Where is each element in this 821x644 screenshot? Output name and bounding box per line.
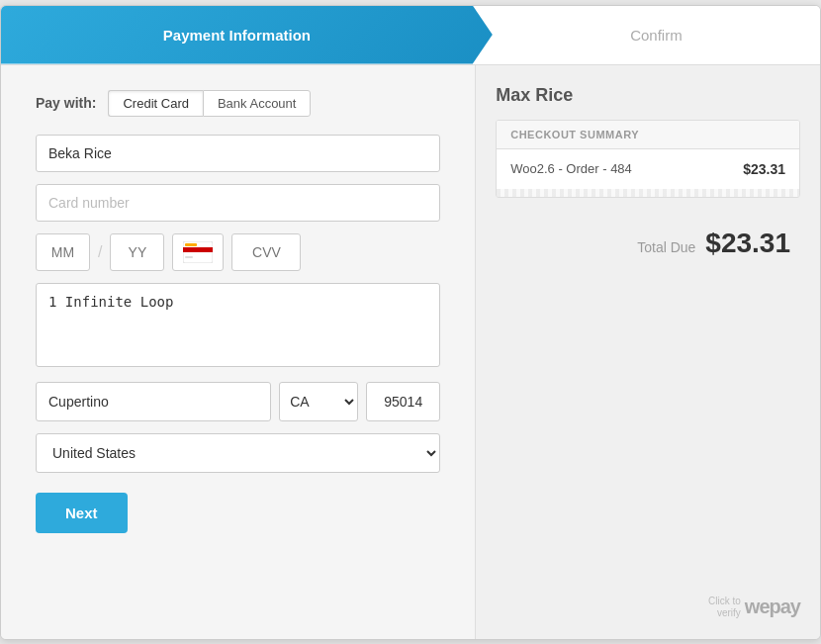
next-button[interactable]: Next [36, 493, 128, 533]
city-state-zip-row: CA NY TX [36, 382, 440, 421]
user-name: Max Rice [496, 85, 800, 106]
state-select[interactable]: CA NY TX [279, 382, 358, 421]
svg-rect-1 [183, 247, 213, 252]
step-payment-information: Payment Information [1, 6, 493, 64]
card-type-icon [172, 233, 224, 271]
total-row: Total Due $23.31 [496, 214, 800, 264]
country-select[interactable]: United States Canada United Kingdom [36, 433, 440, 473]
expiry-month-input[interactable] [36, 233, 90, 271]
total-label: Total Due [637, 239, 695, 255]
zip-input[interactable] [366, 382, 440, 421]
address-input[interactable]: 1 Infinite Loop [36, 283, 440, 367]
cvv-input[interactable] [231, 233, 301, 271]
checkout-summary-header: CHECKOUT SUMMARY [497, 121, 799, 149]
pay-with-label: Pay with: [36, 95, 96, 111]
svg-rect-3 [185, 256, 193, 258]
steps-header: Payment Information Confirm [1, 6, 820, 65]
left-panel: Pay with: Credit Card Bank Account / [1, 65, 476, 639]
card-number-input[interactable] [36, 184, 440, 222]
order-price: $23.31 [743, 161, 785, 177]
order-name: Woo2.6 - Order - 484 [510, 161, 632, 176]
svg-rect-2 [185, 243, 197, 246]
step1-label: Payment Information [163, 27, 311, 44]
step-confirm: Confirm [493, 6, 820, 64]
expiry-cvv-row: / [36, 233, 440, 271]
slash-divider: / [98, 243, 102, 261]
city-input[interactable] [36, 382, 271, 421]
checkout-summary-box: CHECKOUT SUMMARY Woo2.6 - Order - 484 $2… [496, 120, 800, 198]
wepay-footer: Click toverify wepay [496, 586, 800, 619]
expiry-year-input[interactable] [110, 233, 164, 271]
payment-modal: Payment Information Confirm Pay with: Cr… [0, 5, 821, 640]
main-content: Pay with: Credit Card Bank Account / [1, 65, 820, 639]
right-panel: Max Rice CHECKOUT SUMMARY Woo2.6 - Order… [476, 65, 820, 639]
wepay-logo: wepay [745, 596, 800, 618]
credit-card-tab[interactable]: Credit Card [108, 90, 202, 117]
click-to-verify-text: Click toverify [708, 596, 741, 619]
pay-with-row: Pay with: Credit Card Bank Account [36, 90, 440, 117]
total-amount: $23.31 [705, 228, 790, 259]
cardholder-name-input[interactable] [36, 135, 440, 172]
wavy-divider [497, 189, 799, 197]
step2-label: Confirm [630, 27, 683, 44]
bank-account-tab[interactable]: Bank Account [203, 90, 312, 117]
checkout-item-row: Woo2.6 - Order - 484 $23.31 [497, 149, 799, 189]
